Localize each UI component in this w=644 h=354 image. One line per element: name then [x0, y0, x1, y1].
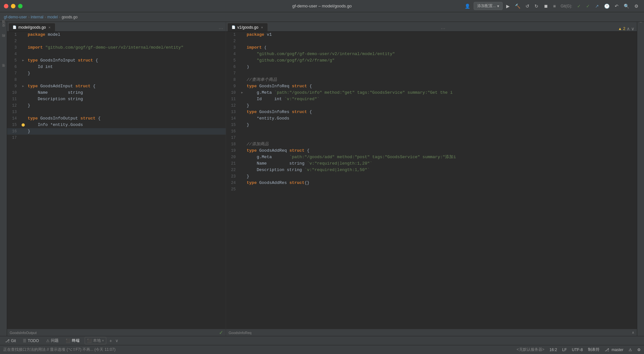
sync-icon[interactable]: ↻ [533, 3, 540, 10]
sidebar-item-bookmarks[interactable]: 书签 [1, 68, 6, 72]
sidebar-item-project[interactable]: 项目 [1, 24, 6, 28]
terminal-tab[interactable]: ⬛ 终端 [64, 337, 81, 344]
git-branch-icon: ⎇ [5, 339, 10, 343]
cursor-position[interactable]: 16:2 [550, 348, 557, 352]
left-tab-active[interactable]: 📄 model/goods.go × [8, 23, 55, 31]
git-push-icon[interactable]: ↗ [593, 3, 601, 10]
right-warning-count: 2 [623, 26, 625, 31]
right-tab-close[interactable]: × [260, 25, 263, 29]
breadcrumb-sep3: › [59, 15, 60, 19]
git-check2-icon[interactable]: ✓ [584, 3, 592, 10]
left-tab-bar: 📄 model/goods.go × ⋯ [7, 22, 226, 32]
coverage-icon[interactable]: ≡ [552, 3, 557, 10]
right-code-line-9: 9 type GoodsInfoReq struct { [226, 83, 637, 90]
breadcrumb-sep1: › [28, 15, 29, 19]
right-code-line-11: 11 Id int `v:"required"` [226, 96, 637, 102]
user-icon[interactable]: 👤 [463, 3, 472, 10]
code-line-13: 13 [7, 109, 226, 115]
scroll-up-icon[interactable]: ∧ [627, 26, 630, 31]
settings-icon[interactable]: ⚙ [633, 3, 640, 10]
breadcrumb-dir2[interactable]: model [47, 15, 58, 19]
right-code-line-3: 3 import ( [226, 44, 637, 51]
sidebar-item-commit[interactable]: 提交 [1, 28, 6, 32]
fold-arrow-r10[interactable]: ▶ [241, 90, 243, 96]
search-icon[interactable]: 🔍 [622, 3, 631, 10]
breadcrumb-dir1[interactable]: internal [31, 15, 43, 19]
right-code-line-21: 21 Name string `v:"required|length:1,20"… [226, 160, 637, 167]
encoding[interactable]: UTF-8 [572, 348, 583, 352]
todo-tab[interactable]: ☰ TODO [21, 338, 41, 344]
git-check1-icon[interactable]: ✓ [575, 3, 582, 10]
left-tab-more-icon[interactable]: ⋯ [216, 26, 226, 31]
warning-indicator-15 [22, 123, 25, 127]
right-tab-more-icon[interactable]: ⋯ [438, 26, 448, 31]
close-window-button[interactable] [4, 4, 8, 8]
toolbar-right: 👤 添加配置... ▾ ▶ 🔨 ↺ ↻ ⏹ ≡ Git(G): ✓ ✓ ↗ 🕐 … [463, 2, 640, 10]
code-line-7: 7 } [7, 70, 226, 77]
git-tab[interactable]: ⎇ Git [3, 338, 18, 344]
code-line-8: 8 [7, 77, 226, 83]
scroll-down-icon[interactable]: ∨ [631, 26, 634, 31]
right-tab-bar: 📄 v1/goods.go × ⋯ ▲ 2 ∧ ∨ [226, 22, 637, 32]
breadcrumb-file: goods.go [62, 15, 77, 19]
window-title: gf-demo-user – model/goods.go [292, 4, 352, 8]
code-line-3: 3 import "github.com/gogf/gf-demo-user/v… [7, 44, 226, 51]
indentation[interactable]: 制表符 [588, 347, 600, 352]
right-pane-footer: GoodsInfoReq ∧ [226, 329, 637, 336]
left-pane-context: GoodsInfoOutput [10, 331, 37, 335]
split-panes: 📄 model/goods.go × ⋯ 1 package model [7, 22, 644, 336]
right-pane-scroll-up[interactable]: ∧ [632, 330, 634, 335]
settings-status-icon[interactable]: ⚙ [637, 348, 641, 352]
git-history-icon[interactable]: 🕐 [602, 3, 611, 10]
code-line-5: 5 ▶ type GoodsInfoInput struct { [7, 57, 226, 64]
statusbar: 正在查找接口方法的用法 // 显示选项 (⌥⇧F7) 不再... (今天 11:… [0, 345, 644, 354]
right-tab-filename: v1/goods.go [237, 25, 258, 30]
line-ending[interactable]: LF [562, 348, 567, 352]
build-icon[interactable]: 🔨 [513, 3, 522, 10]
run-icon[interactable]: ▶ [505, 3, 511, 10]
local-tab[interactable]: ⬛ 本地 × [85, 337, 106, 344]
warning-icon: ⚠ [629, 348, 632, 352]
right-sidebar-item[interactable]: 正在提交 [638, 24, 644, 26]
left-code-editor[interactable]: 1 package model 2 3 import "github [7, 32, 226, 329]
terminal-bar: ⎇ Git ☰ TODO ⚠ 问题 ⬛ 终端 ⬛ 本地 × + ∨ [0, 336, 644, 345]
right-code-line-8: 8 //查询单个商品 [226, 77, 637, 83]
fold-arrow-5[interactable]: ▶ [22, 57, 24, 64]
problem-tab[interactable]: ⚠ 问题 [44, 337, 61, 344]
local-tab-close[interactable]: × [102, 339, 104, 342]
breadcrumb-sep2: › [45, 15, 46, 19]
right-code-line-6: 6 ) [226, 64, 637, 70]
left-pane-footer: GoodsInfoOutput ✓ [7, 329, 226, 336]
right-pane-context: GoodsInfoReq [229, 331, 251, 335]
right-sidebar: 正在提交 [637, 22, 644, 336]
right-code-line-10: 10 ▶ g.Meta `path:"/goods/info" method:"… [226, 90, 637, 96]
code-line-11: 11 Description string [7, 96, 226, 102]
right-tab-active[interactable]: 📄 v1/goods.go × [227, 23, 268, 31]
new-terminal-button[interactable]: + [109, 338, 112, 343]
git-rollback-icon[interactable]: ↶ [613, 3, 620, 10]
git-branch-status[interactable]: ⎇ master [605, 348, 623, 352]
statusbar-right: <无默认服务器> 16:2 LF UTF-8 制表符 ⎇ master ⚠ ⚙ [517, 347, 641, 352]
right-code-line-18: 18 //添加商品 [226, 141, 637, 148]
right-code-line-20: 20 g.Meta `path:"/goods/add" method:"pos… [226, 154, 637, 160]
right-code-line-17: 17 [226, 135, 637, 141]
code-line-6: 6 Id int [7, 64, 226, 70]
maximize-window-button[interactable] [18, 4, 23, 8]
fold-arrow-9[interactable]: ▶ [22, 83, 24, 90]
minimize-window-button[interactable] [11, 4, 15, 8]
stop-icon[interactable]: ⏹ [542, 3, 550, 10]
left-tab-close[interactable]: × [48, 25, 51, 29]
right-code-line-5: 5 "github.com/gogf/gf/v2/frame/g" [226, 57, 637, 64]
right-code-line-23: 23 } [226, 173, 637, 180]
code-line-10: 10 Name string [7, 90, 226, 96]
right-code-line-25: 25 [226, 186, 637, 193]
rebuild-icon[interactable]: ↺ [524, 3, 531, 10]
sidebar-item-structure[interactable]: 结构 [1, 38, 6, 42]
add-config-button[interactable]: 添加配置... ▾ [474, 2, 503, 10]
main-layout: 项目 提交 结构 书签 📄 model/goods.go × ⋯ [0, 22, 644, 336]
terminal-chevron-icon[interactable]: ∨ [115, 338, 118, 343]
code-line-14: 14 type GoodsInfoOutput struct { [7, 115, 226, 122]
git-branch-icon-status: ⎇ [605, 348, 609, 352]
right-code-editor[interactable]: 1 package v1 2 3 import ( [226, 32, 637, 329]
breadcrumb-project[interactable]: gf-demo-user [4, 15, 27, 19]
